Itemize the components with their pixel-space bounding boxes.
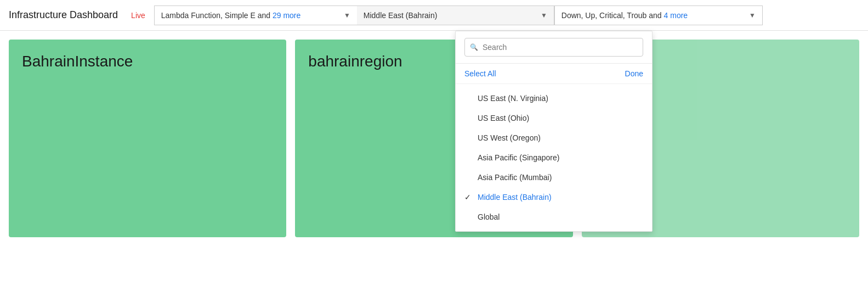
status-more-link: 4 more	[664, 11, 688, 20]
services-dropdown-trigger[interactable]: Lambda Function, Simple E and 29 more ▼	[154, 5, 357, 25]
region-option-label: US East (N. Virginia)	[478, 94, 548, 103]
services-filter-text: Lambda Function, Simple E and 29 more	[161, 11, 339, 20]
done-link[interactable]: Done	[625, 69, 643, 78]
region-option[interactable]: Asia Pacific (Mumbai)	[456, 167, 652, 187]
select-all-link[interactable]: Select All	[464, 69, 496, 78]
services-more-link: 29 more	[273, 11, 300, 20]
region-dropdown-arrow-icon: ▼	[541, 12, 547, 19]
region-option[interactable]: ✓Middle East (Bahrain)	[456, 187, 652, 207]
region-option[interactable]: US East (N. Virginia)	[456, 88, 652, 108]
region-dropdown-options: US East (N. Virginia)US East (Ohio)US We…	[456, 84, 652, 231]
card-title-bahrain-instance: BahrainInstance	[22, 53, 133, 70]
status-dropdown-arrow-icon: ▼	[749, 12, 756, 19]
app-title: Infrastructure Dashboard	[9, 9, 118, 21]
region-filter-text: Middle East (Bahrain)	[364, 11, 536, 20]
region-option-label: US West (Oregon)	[478, 133, 541, 142]
region-option-label: Global	[478, 213, 500, 221]
search-icon-wrap	[464, 38, 643, 57]
region-dropdown-trigger[interactable]: Middle East (Bahrain) ▼	[357, 5, 554, 25]
region-option[interactable]: Asia Pacific (Singapore)	[456, 148, 652, 167]
status-dropdown-trigger[interactable]: Down, Up, Critical, Troub and 4 more ▼	[554, 5, 763, 25]
card-title-bahrain-region: bahrainregion	[308, 53, 402, 70]
region-search-input[interactable]	[464, 38, 643, 57]
live-badge: Live	[131, 11, 145, 20]
region-dropdown-overlay: Select All Done US East (N. Virginia)US …	[455, 31, 653, 232]
dropdown-actions: Select All Done	[456, 64, 652, 84]
filter-bar: Lambda Function, Simple E and 29 more ▼ …	[154, 5, 859, 25]
main-content: BahrainInstance bahrainregion Cl Select …	[0, 31, 868, 246]
region-option[interactable]: US East (Ohio)	[456, 108, 652, 128]
region-option[interactable]: Global	[456, 207, 652, 227]
region-option-label: Asia Pacific (Mumbai)	[478, 173, 552, 182]
region-option-label: US East (Ohio)	[478, 114, 529, 122]
services-dropdown-arrow-icon: ▼	[344, 12, 350, 19]
region-search-container	[456, 31, 652, 64]
region-option-label: Asia Pacific (Singapore)	[478, 153, 559, 162]
status-filter-text: Down, Up, Critical, Troub and 4 more	[561, 11, 745, 20]
card-bahrain-instance: BahrainInstance	[9, 40, 286, 237]
region-option-label: Middle East (Bahrain)	[478, 193, 552, 202]
page-header: Infrastructure Dashboard Live Lambda Fun…	[0, 0, 868, 31]
region-option[interactable]: US West (Oregon)	[456, 128, 652, 148]
checkmark-icon: ✓	[464, 193, 471, 202]
